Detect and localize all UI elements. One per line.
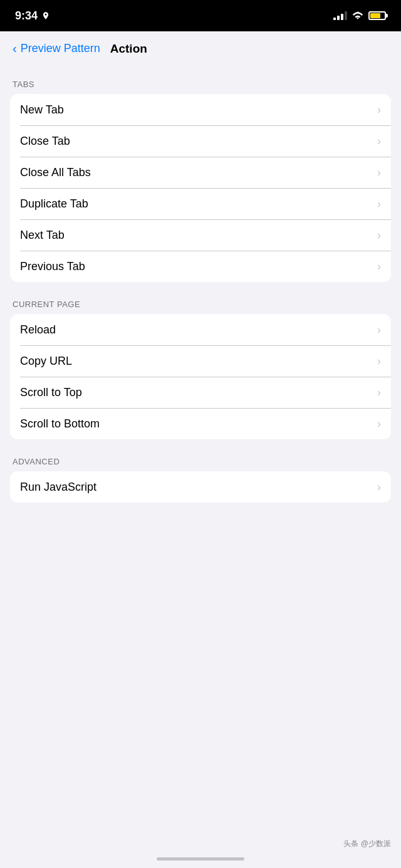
back-button[interactable]: ‹ Preview Pattern — [13, 41, 100, 56]
item-label-copy-url: Copy URL — [20, 355, 72, 368]
item-label-scroll-to-top: Scroll to Top — [20, 386, 82, 399]
item-label-new-tab: New Tab — [20, 103, 64, 117]
list-item-reload[interactable]: Reload › — [10, 314, 391, 345]
item-label-duplicate-tab: Duplicate Tab — [20, 197, 88, 211]
section-current-page: CURRENT PAGE Reload › Copy URL › Scroll … — [0, 300, 401, 439]
list-item-close-tab[interactable]: Close Tab › — [10, 125, 391, 157]
section-advanced: ADVANCED Run JavaScript › — [0, 457, 401, 503]
section-header-current-page: CURRENT PAGE — [0, 300, 401, 314]
signal-bar-3 — [341, 14, 343, 20]
chevron-right-icon: › — [377, 166, 381, 179]
signal-bar-1 — [333, 18, 336, 20]
list-item-new-tab[interactable]: New Tab › — [10, 94, 391, 125]
item-label-close-tab: Close Tab — [20, 135, 70, 148]
tabs-list: New Tab › Close Tab › Close All Tabs › D… — [10, 94, 391, 282]
item-label-scroll-to-bottom: Scroll to Bottom — [20, 417, 100, 431]
chevron-right-icon: › — [377, 103, 381, 117]
battery-fill — [370, 13, 380, 18]
battery-icon — [368, 11, 386, 20]
back-chevron-icon: ‹ — [13, 41, 17, 56]
chevron-right-icon: › — [377, 197, 381, 211]
item-label-close-all-tabs: Close All Tabs — [20, 166, 91, 179]
chevron-right-icon: › — [377, 386, 381, 399]
chevron-right-icon: › — [377, 481, 381, 494]
main-content: ‹ Preview Pattern Action TABS New Tab › … — [0, 31, 401, 868]
list-item-run-javascript[interactable]: Run JavaScript › — [10, 471, 391, 503]
location-icon — [41, 11, 50, 20]
back-label: Preview Pattern — [21, 42, 100, 55]
home-indicator-container — [0, 850, 401, 868]
signal-bars — [333, 11, 347, 20]
list-item-previous-tab[interactable]: Previous Tab › — [10, 251, 391, 282]
signal-bar-2 — [337, 16, 340, 20]
list-item-copy-url[interactable]: Copy URL › — [10, 345, 391, 377]
status-bar: 9:34 — [0, 0, 401, 31]
item-label-reload: Reload — [20, 323, 56, 337]
nav-header: ‹ Preview Pattern Action — [0, 31, 401, 62]
home-indicator — [157, 857, 244, 860]
watermark: 头条 @少数派 — [343, 839, 391, 849]
section-header-advanced: ADVANCED — [0, 457, 401, 471]
advanced-list: Run JavaScript › — [10, 471, 391, 503]
signal-bar-4 — [345, 11, 347, 20]
item-label-run-javascript: Run JavaScript — [20, 481, 96, 494]
chevron-right-icon: › — [377, 260, 381, 273]
chevron-right-icon: › — [377, 355, 381, 368]
current-page-list: Reload › Copy URL › Scroll to Top › Scro… — [10, 314, 391, 439]
wifi-icon — [352, 11, 363, 20]
list-item-scroll-to-top[interactable]: Scroll to Top › — [10, 377, 391, 408]
section-header-tabs: TABS — [0, 80, 401, 94]
chevron-right-icon: › — [377, 229, 381, 242]
chevron-right-icon: › — [377, 135, 381, 148]
status-time: 9:34 — [15, 9, 50, 23]
section-tabs: TABS New Tab › Close Tab › Close All Tab… — [0, 80, 401, 282]
list-item-scroll-to-bottom[interactable]: Scroll to Bottom › — [10, 408, 391, 439]
chevron-right-icon: › — [377, 417, 381, 431]
list-item-next-tab[interactable]: Next Tab › — [10, 219, 391, 251]
chevron-right-icon: › — [377, 323, 381, 337]
time-display: 9:34 — [15, 9, 38, 23]
list-item-duplicate-tab[interactable]: Duplicate Tab › — [10, 188, 391, 219]
status-icons — [333, 11, 386, 20]
item-label-previous-tab: Previous Tab — [20, 260, 85, 273]
list-item-close-all-tabs[interactable]: Close All Tabs › — [10, 157, 391, 188]
item-label-next-tab: Next Tab — [20, 229, 65, 242]
page-title: Action — [110, 42, 147, 56]
